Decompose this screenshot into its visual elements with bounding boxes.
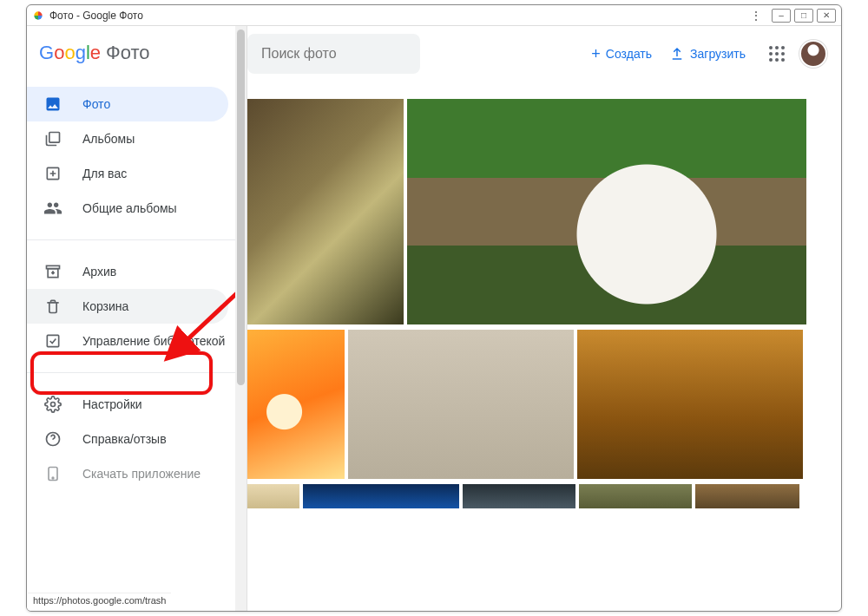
window-maximize-button[interactable]: □ (794, 9, 813, 23)
create-button-label: Создать (606, 47, 652, 61)
svg-point-9 (769, 46, 773, 49)
svg-point-17 (781, 58, 785, 62)
for-you-icon (43, 163, 63, 184)
svg-rect-0 (49, 133, 60, 143)
sidebar-item-trash[interactable]: Корзина (27, 289, 228, 324)
svg-point-16 (775, 58, 779, 62)
photo-thumbnail[interactable] (463, 484, 575, 508)
google-apps-icon[interactable] (766, 43, 787, 64)
sidebar-item-label: Архив (82, 265, 116, 279)
archive-icon (43, 261, 63, 282)
photo-thumbnail[interactable] (348, 330, 574, 479)
window-close-button[interactable]: ✕ (817, 9, 836, 23)
sidebar-item-library-management[interactable]: Управление библиотекой (27, 324, 228, 358)
upload-icon (669, 46, 685, 62)
sidebar-item-label: Скачать приложение (82, 467, 201, 482)
search-box[interactable] (247, 34, 420, 74)
sidebar-item-label: Альбомы (82, 132, 135, 147)
main-content: + Создать Загрузить (247, 26, 841, 611)
trash-icon (43, 296, 63, 317)
account-avatar[interactable] (799, 40, 827, 68)
scrollbar-thumb[interactable] (237, 29, 245, 385)
download-icon (43, 463, 63, 484)
photo-thumbnail[interactable] (247, 330, 345, 479)
svg-point-13 (775, 52, 779, 56)
svg-point-10 (775, 46, 779, 49)
albums-icon (43, 128, 63, 149)
sidebar: Google Фото Фото Альбомы (27, 26, 235, 611)
window-minimize-button[interactable]: – (772, 9, 791, 23)
photo-grid (247, 82, 841, 514)
sidebar-item-label: Настройки (82, 397, 142, 412)
gear-icon (43, 394, 63, 415)
sidebar-item-for-you[interactable]: Для вас (27, 156, 228, 191)
window-more-button[interactable]: ⋮ (747, 9, 765, 23)
sidebar-item-label: Фото (82, 97, 110, 112)
sidebar-divider (27, 372, 235, 373)
titlebar: Фото - Google Фото ⋮ – □ ✕ (27, 5, 841, 26)
photo-thumbnail[interactable] (247, 99, 404, 324)
google-wordmark: Google (39, 42, 101, 64)
sidebar-item-label: Справка/отзыв (82, 432, 167, 447)
google-photos-logo[interactable]: Google Фото (27, 38, 235, 83)
svg-point-14 (781, 52, 785, 56)
svg-point-5 (51, 403, 56, 407)
svg-point-8 (52, 477, 54, 479)
google-photos-icon (32, 10, 44, 22)
sidebar-item-label: Корзина (82, 299, 128, 314)
sidebar-divider (27, 239, 235, 240)
logo-suffix: Фото (106, 42, 150, 64)
sidebar-item-photos[interactable]: Фото (27, 87, 228, 121)
sidebar-item-label: Общие альбомы (82, 201, 177, 216)
create-button[interactable]: + Создать (591, 45, 652, 63)
photo-thumbnail[interactable] (695, 484, 799, 508)
sidebar-item-archive[interactable]: Архив (27, 254, 228, 289)
svg-rect-4 (47, 335, 58, 346)
photo-thumbnail[interactable] (407, 99, 806, 324)
photo-thumbnail[interactable] (303, 484, 459, 508)
sidebar-scrollbar[interactable] (235, 26, 247, 611)
window-title: Фото - Google Фото (49, 10, 143, 22)
svg-point-15 (769, 58, 773, 62)
svg-point-11 (781, 46, 785, 49)
sidebar-item-label: Управление библиотекой (82, 334, 225, 349)
image-icon (43, 94, 63, 115)
sidebar-item-help[interactable]: Справка/отзыв (27, 422, 228, 456)
sidebar-item-download-app[interactable]: Скачать приложение (27, 456, 228, 491)
upload-button-label: Загрузить (690, 47, 746, 61)
upload-button[interactable]: Загрузить (669, 46, 746, 62)
status-bar-url: https://photos.google.com/trash (28, 593, 171, 610)
search-input[interactable] (261, 46, 406, 62)
svg-point-12 (769, 52, 773, 56)
app-window: Фото - Google Фото ⋮ – □ ✕ Google Фото Ф… (26, 4, 842, 612)
photo-thumbnail[interactable] (579, 484, 692, 508)
photo-thumbnail[interactable] (247, 484, 299, 508)
header: + Создать Загрузить (247, 26, 841, 82)
sidebar-item-label: Для вас (82, 167, 127, 181)
sidebar-item-settings[interactable]: Настройки (27, 387, 228, 422)
photo-thumbnail[interactable] (577, 330, 803, 479)
library-icon (43, 331, 63, 351)
help-icon (43, 429, 63, 449)
sidebar-item-albums[interactable]: Альбомы (27, 121, 228, 156)
shared-icon (43, 198, 63, 219)
sidebar-item-shared[interactable]: Общие альбомы (27, 191, 228, 226)
